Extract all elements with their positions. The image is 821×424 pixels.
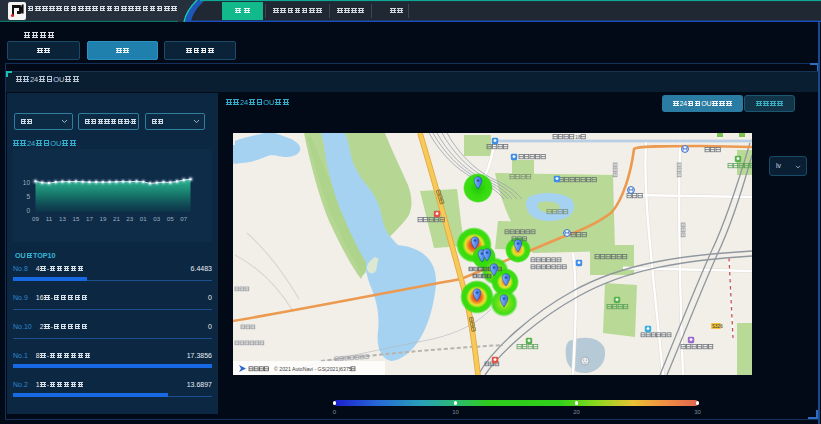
svg-text:© 2021 AutoNavi - GS(2021)6375: © 2021 AutoNavi - GS(2021)6375 [274, 366, 352, 372]
svg-text:8: 8 [578, 134, 581, 140]
svg-text:S326: S326 [712, 324, 723, 329]
